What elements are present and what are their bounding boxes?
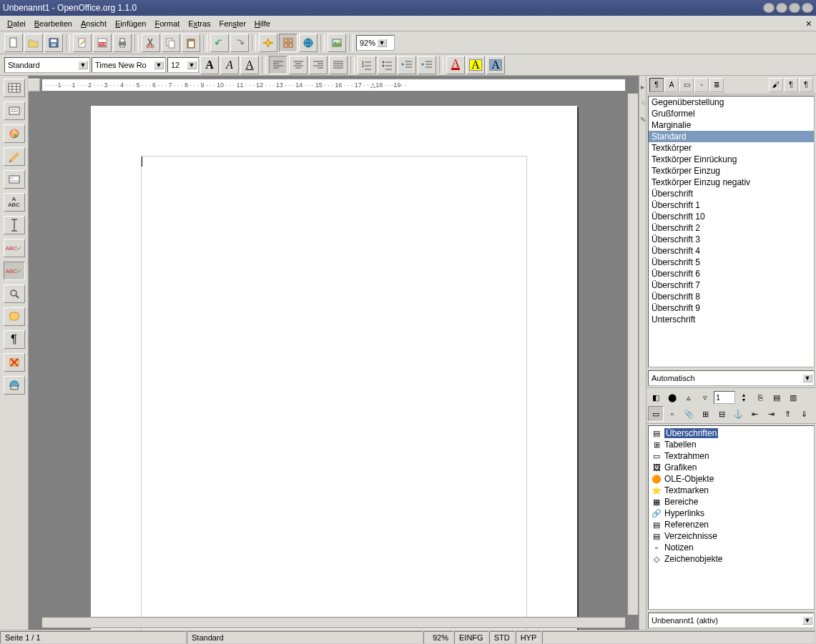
zoom-combo[interactable]: 92%▼ <box>356 35 395 51</box>
style-list-item[interactable]: Gegenüberstellung <box>649 96 814 108</box>
cursor-button[interactable] <box>4 216 25 234</box>
undo-button[interactable] <box>210 34 229 52</box>
nav-anchor-button[interactable]: ⚓ <box>730 406 746 422</box>
horizontal-scrollbar[interactable] <box>41 617 626 628</box>
paste-button[interactable] <box>182 34 200 52</box>
nav-tree-node[interactable]: ▫Notizen <box>650 542 812 553</box>
style-list-item[interactable]: Überschrift 2 <box>649 222 814 234</box>
horizontal-ruler[interactable]: · · · ·1· · · 1 · · · 2 · · · 3 · · · 4 … <box>41 79 626 91</box>
nav-toggle-button[interactable]: ◧ <box>648 390 664 405</box>
nav-promote-button[interactable]: ⇤ <box>747 406 762 422</box>
update-style-button[interactable]: ¶ <box>799 78 813 92</box>
font-color-button[interactable]: A <box>446 56 465 74</box>
style-list-item[interactable]: Textkörper Einrückung <box>649 154 814 165</box>
style-list-item[interactable]: Überschrift 4 <box>649 245 814 257</box>
menu-extras[interactable]: Extras <box>184 18 215 29</box>
style-list-item[interactable]: Überschrift 10 <box>649 211 814 222</box>
data-sources-button[interactable] <box>4 307 25 326</box>
navigator-button[interactable] <box>259 34 277 52</box>
menu-ansicht[interactable]: Ansicht <box>77 18 111 29</box>
panel-handle[interactable]: ▸ ☟ ✎ <box>639 76 646 630</box>
graphics-off-button[interactable] <box>4 353 25 372</box>
auto-spellcheck-button[interactable]: ABC✓ <box>4 262 25 280</box>
redo-button[interactable] <box>230 34 249 52</box>
background-color-button[interactable]: A <box>486 56 505 74</box>
open-button[interactable] <box>24 34 43 52</box>
nav-tree-node[interactable]: ▭Textrahmen <box>650 450 812 462</box>
style-list-item[interactable]: Grußformel <box>649 108 814 119</box>
minimize-button[interactable] <box>763 3 775 13</box>
gallery-button[interactable] <box>328 34 346 52</box>
insert-table-button[interactable] <box>4 79 25 97</box>
style-list-item[interactable]: Überschrift <box>649 188 814 199</box>
style-list-item[interactable]: Marginalie <box>649 119 814 131</box>
stylist-button[interactable] <box>279 34 298 52</box>
nav-content-button[interactable]: ⬤ <box>664 390 680 405</box>
menu-datei[interactable]: Datei <box>3 18 30 29</box>
font-name-combo[interactable]: Times New Ro▼ <box>92 57 166 73</box>
list-styles-tab[interactable]: ≣ <box>709 78 724 92</box>
nav-spin-button[interactable]: ▲▼ <box>736 390 752 405</box>
menu-format[interactable]: Format <box>150 18 184 29</box>
nav-tree-node[interactable]: ▤Referenzen <box>650 519 812 530</box>
nav-tree-node[interactable]: 🔗Hyperlinks <box>650 507 812 519</box>
style-list-item[interactable]: Überschrift 7 <box>649 279 814 291</box>
close-button[interactable] <box>802 3 813 13</box>
font-size-combo[interactable]: 12▼ <box>167 57 199 73</box>
style-filter-combo[interactable]: Automatisch▼ <box>648 370 815 386</box>
style-list-item[interactable]: Standard <box>649 131 814 142</box>
insert-fields-button[interactable] <box>4 101 25 120</box>
nav-header-button[interactable]: ⊞ <box>697 406 713 422</box>
ruler-corner[interactable] <box>29 79 40 91</box>
nav-tree-node[interactable]: ▦Bereiche <box>650 496 812 507</box>
style-list-item[interactable]: Textkörper Einzug <box>649 165 814 177</box>
menu-fenster[interactable]: Fenster <box>215 18 250 29</box>
menu-hilfe[interactable]: Hilfe <box>250 18 275 29</box>
style-list-item[interactable]: Unterschrift <box>649 314 814 325</box>
increase-indent-button[interactable] <box>418 56 436 74</box>
underline-button[interactable]: A <box>240 56 259 74</box>
frame-styles-tab[interactable]: ▭ <box>679 78 694 92</box>
nav-head-down-button[interactable]: ▥ <box>785 390 801 405</box>
restore-button[interactable] <box>789 3 800 13</box>
status-selection[interactable]: STD <box>489 631 515 644</box>
style-list-item[interactable]: Überschrift 5 <box>649 257 814 268</box>
nonprint-chars-button[interactable]: ¶ <box>4 330 25 349</box>
edit-doc-button[interactable] <box>73 34 92 52</box>
insert-object-button[interactable] <box>4 124 25 143</box>
style-list-item[interactable]: Textkörper Einzug negativ <box>649 177 814 188</box>
navigator-doc-combo[interactable]: Unbenannt1 (aktiv)▼ <box>648 613 815 628</box>
nav-tree-node[interactable]: ◇Zeichenobjekte <box>650 553 812 565</box>
form-button[interactable] <box>4 170 25 189</box>
nav-tree-node[interactable]: ⭐Textmarken <box>650 485 812 496</box>
bold-button[interactable]: A <box>200 56 219 74</box>
nav-tree-node[interactable]: 🟠OLE-Objekte <box>650 473 812 485</box>
nav-head-up-button[interactable]: ▤ <box>769 390 785 405</box>
italic-button[interactable]: A <box>220 56 239 74</box>
style-list-item[interactable]: Überschrift 3 <box>649 234 814 245</box>
paragraph-style-combo[interactable]: Standard▼ <box>4 57 90 73</box>
nav-demote-button[interactable]: ⇥ <box>763 406 779 422</box>
nav-prev-button[interactable]: ▵ <box>681 390 697 405</box>
menu-bearbeiten[interactable]: Bearbeiten <box>30 18 77 29</box>
style-list-item[interactable]: Überschrift 6 <box>649 268 814 279</box>
show-draw-button[interactable] <box>4 147 25 166</box>
style-list-item[interactable]: Überschrift 8 <box>649 291 814 302</box>
nav-movedown-button[interactable]: ⇓ <box>796 406 812 422</box>
character-styles-tab[interactable]: A <box>664 78 679 92</box>
maximize-button[interactable] <box>776 3 787 13</box>
cut-button[interactable] <box>142 34 160 52</box>
align-justify-button[interactable] <box>329 56 348 74</box>
print-button[interactable] <box>113 34 132 52</box>
align-left-button[interactable] <box>269 56 287 74</box>
style-list-item[interactable]: Überschrift 9 <box>649 302 814 314</box>
spellcheck-button[interactable]: ABC✓ <box>4 239 25 257</box>
nav-drag-button[interactable]: ⎘ <box>752 390 768 405</box>
status-zoom[interactable]: 92% <box>423 631 453 644</box>
nav-tree-node[interactable]: ▤Überschriften <box>650 427 812 439</box>
autotext-button[interactable]: AABC <box>4 193 25 212</box>
menu-einfuegen[interactable]: Einfügen <box>111 18 150 29</box>
nav-tree-node[interactable]: 🖼Grafiken <box>650 462 812 473</box>
nav-page-input[interactable] <box>714 391 735 404</box>
nav-tree-node[interactable]: ▤Verzeichnisse <box>650 530 812 542</box>
